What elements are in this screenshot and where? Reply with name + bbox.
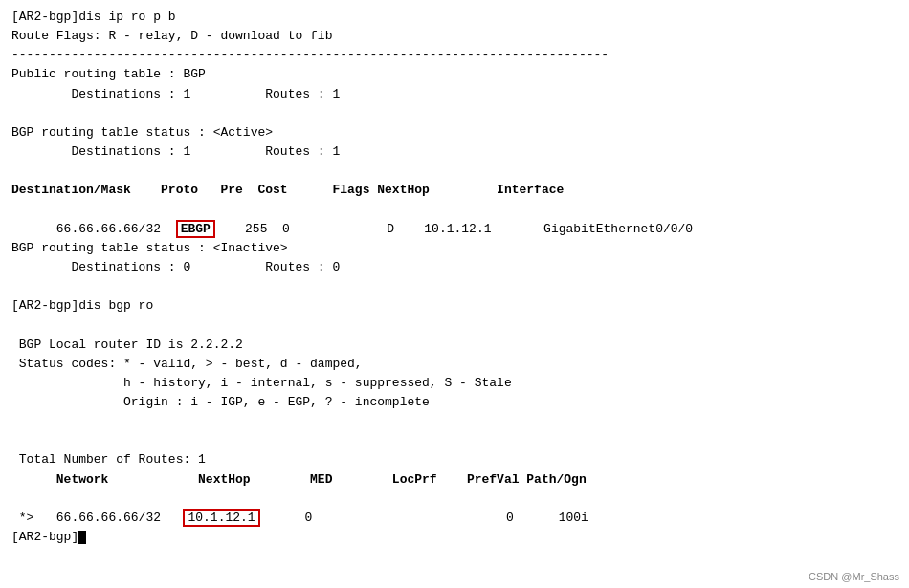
line-1: [AR2-bgp]dis ip ro p b — [11, 10, 176, 24]
line-4: Public routing table : BGP — [11, 67, 206, 81]
line-16: [AR2-bgp]dis bgp ro — [11, 298, 153, 313]
line-8: Destinations : 1 Routes : 1 — [11, 144, 340, 159]
line-5: Destinations : 1 Routes : 1 — [11, 87, 340, 101]
line-12-pre: 66.66.66.66/32 — [11, 222, 176, 236]
terminal-window: [AR2-bgp]dis ip ro p b Route Flags: R - … — [0, 0, 909, 588]
ebgp-highlight: EBGP — [176, 220, 215, 239]
line-24: Total Number of Routes: 1 — [11, 452, 206, 467]
line-25: Network NextHop MED LocPrf PrefVal Path/… — [11, 472, 587, 487]
line-13: BGP routing table status : <Inactive> — [11, 241, 288, 255]
line-2: Route Flags: R - relay, D - download to … — [11, 29, 332, 43]
line-3: ----------------------------------------… — [11, 48, 609, 62]
line-14: Destinations : 0 Routes : 0 — [11, 260, 340, 274]
watermark-text: CSDN @Mr_Shass — [809, 571, 899, 582]
line-10: Destination/Mask Proto Pre Cost Flags Ne… — [11, 183, 564, 197]
terminal-content: [AR2-bgp]dis ip ro p b Route Flags: R - … — [11, 8, 898, 547]
line-12-post: 255 0 D 10.1.12.1 GigabitEthernet0/0/0 — [215, 222, 693, 236]
line-19: Status codes: * - valid, > - best, d - d… — [11, 357, 363, 371]
line-21: Origin : i - IGP, e - EGP, ? - incomplet… — [11, 395, 430, 409]
line-7: BGP routing table status : <Active> — [11, 125, 273, 140]
line-20: h - history, i - internal, s - suppresse… — [11, 376, 512, 390]
cursor — [78, 531, 86, 544]
line-27-pre: *> 66.66.66.66/32 — [11, 511, 183, 525]
line-28: [AR2-bgp] — [11, 530, 78, 544]
line-27-post: 0 0 100i — [260, 511, 588, 525]
line-18: BGP Local router ID is 2.2.2.2 — [11, 338, 243, 352]
nexthop-highlight: 10.1.12.1 — [183, 509, 259, 528]
